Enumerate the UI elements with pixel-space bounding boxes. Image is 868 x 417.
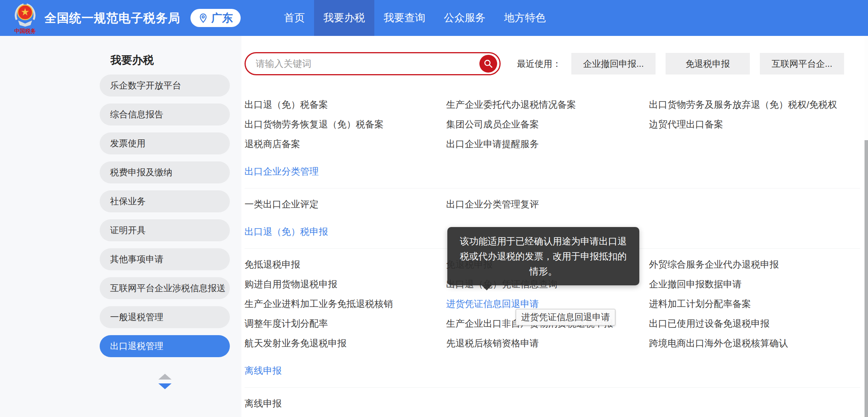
recent-used-button[interactable]: 互联网平台企... [760,53,844,75]
info-tooltip: 该功能适用于已经确认用途为申请出口退税或代办退税的发票，改用于申报抵扣的情形。 [447,227,639,285]
sidebar-items: 乐企数字开放平台综合信息报告发票使用税费申报及缴纳社保业务证明开具其他事项申请互… [100,75,230,357]
hover-title-tooltip: 进货凭证信息回退申请 [516,309,615,325]
menu-item[interactable]: 出口已使用过设备免退税申报 [649,317,860,330]
scroll-down-icon[interactable] [158,383,172,389]
menu-item[interactable]: 边贸代理出口备案 [649,118,860,131]
menu-item[interactable]: 跨境电商出口海外仓退税核算确认 [649,337,860,349]
scrollbar-track [865,36,868,417]
menu-section: 出口企业分类管理一类出口企业评定出口企业分类管理复评 [245,154,860,214]
tooltip-arrow-icon [481,285,492,290]
sidebar-scroll-arrows [100,374,230,389]
menu-item[interactable]: 退税商店备案 [245,138,446,150]
search-box [245,52,501,75]
topbar: 最近使用： 企业撤回申报...免退税申报互联网平台企... [245,52,868,75]
menu-item[interactable]: 出口货物劳务恢复退（免）税备案 [245,118,446,131]
sidebar-item[interactable]: 一般退税管理 [100,306,230,328]
search-button[interactable] [479,55,497,73]
menu-item[interactable]: 进料加工计划分配率备案 [649,298,860,310]
section-divider [245,188,860,188]
section-divider [245,387,860,388]
menu-item[interactable]: 离线申报 [245,397,446,410]
nav-item[interactable]: 我要办税 [314,0,374,36]
sidebar-item[interactable]: 证明开具 [100,219,230,241]
header: 中国税务 全国统一规范电子税务局 广东 首页我要办税我要查询公众服务地方特色 [0,0,868,36]
site-title: 全国统一规范电子税务局 [44,10,180,26]
page: 中国税务 全国统一规范电子税务局 广东 首页我要办税我要查询公众服务地方特色 我… [0,0,868,417]
menu-item[interactable]: 外贸综合服务企业代办退税申报 [649,258,860,271]
info-tooltip-text: 该功能适用于已经确认用途为申请出口退税或代办退税的发票，改用于申报抵扣的情形。 [460,236,627,276]
nav-item[interactable]: 我要查询 [374,0,435,36]
menu-item[interactable]: 一类出口企业评定 [245,198,446,210]
menu-item[interactable]: 出口货物劳务及服务放弃退（免）税权/免税权 [649,98,860,111]
menu-row: 离线申报 [245,393,860,413]
region-label: 广东 [211,11,233,25]
region-selector[interactable]: 广东 [190,9,241,27]
sidebar-item[interactable]: 税费申报及缴纳 [100,161,230,183]
menu-item[interactable]: 出口退（免）税备案 [245,98,446,111]
menu-row: 出口货物劳务恢复退（免）税备案集团公司成员企业备案边贸代理出口备案 [245,114,860,134]
recent-used: 最近使用： 企业撤回申报...免退税申报互联网平台企... [517,53,844,75]
menu-item[interactable]: 生产企业委托代办退税情况备案 [446,98,649,111]
sidebar-item[interactable]: 出口退税管理 [100,335,230,357]
menu-row: 出口退（免）税备案生产企业委托代办退税情况备案出口货物劳务及服务放弃退（免）税权… [245,95,860,114]
menu-item[interactable]: 先退税后核销资格申请 [446,337,649,349]
menu-row: 一类出口企业评定出口企业分类管理复评 [245,194,860,214]
recent-used-label: 最近使用： [517,58,561,70]
menu-section: 离线申报离线申报 [245,353,860,413]
sidebar: 我要办税 乐企数字开放平台综合信息报告发票使用税费申报及缴纳社保业务证明开具其他… [0,36,241,417]
section-heading[interactable]: 离线申报 [245,364,282,377]
sidebar-item[interactable]: 互联网平台企业涉税信息报送 [100,277,230,299]
menu-section: 出口退（免）税备案生产企业委托代办退税情况备案出口货物劳务及服务放弃退（免）税权… [245,95,860,154]
sidebar-item[interactable]: 其他事项申请 [100,248,230,270]
sidebar-title: 我要办税 [110,53,230,68]
location-pin-icon [198,13,208,23]
menu-item[interactable]: 企业撤回申报数据申请 [649,278,860,290]
menu-item[interactable]: 出口企业分类管理复评 [446,198,649,210]
menu-item[interactable]: 航天发射业务免退税申报 [245,337,446,349]
main-content: 最近使用： 企业撤回申报...免退税申报互联网平台企... 出口退（免）税备案生… [241,36,868,417]
sidebar-item[interactable]: 社保业务 [100,190,230,212]
menu-item[interactable]: 集团公司成员企业备案 [446,118,649,131]
nav-item[interactable]: 首页 [275,0,314,36]
menu-item[interactable]: 免抵退税申报 [245,258,446,271]
menu-item[interactable]: 进货凭证信息回退申请 [446,298,649,310]
search-icon [483,59,493,69]
main-nav: 首页我要办税我要查询公众服务地方特色 [275,0,555,36]
menu-item[interactable]: 出口企业申请提醒服务 [446,138,649,150]
recent-used-buttons: 企业撤回申报...免退税申报互联网平台企... [561,53,844,75]
menu-row: 退税商店备案出口企业申请提醒服务 [245,134,860,154]
sidebar-item[interactable]: 综合信息报告 [100,103,230,125]
menu-item[interactable]: 购进自用货物退税申报 [245,278,446,290]
menu-row: 航天发射业务免退税申报先退税后核销资格申请跨境电商出口海外仓退税核算确认 [245,333,860,353]
nav-item[interactable]: 公众服务 [435,0,495,36]
tax-bureau-logo-icon: 中国税务 [13,2,37,34]
menu-item[interactable]: 生产企业进料加工业务免抵退税核销 [245,298,446,310]
section-heading[interactable]: 出口退（免）税申报 [245,225,328,238]
scrollbar-thumb[interactable] [865,140,868,417]
recent-used-button[interactable]: 企业撤回申报... [571,53,656,75]
search-input[interactable] [256,54,464,73]
sidebar-item[interactable]: 乐企数字开放平台 [100,75,230,97]
logo-caption-glyphs: 中国税务 [14,28,36,34]
recent-used-button[interactable]: 免退税申报 [666,53,750,75]
scroll-up-icon[interactable] [158,374,172,380]
nav-item[interactable]: 地方特色 [495,0,555,36]
section-heading[interactable]: 出口企业分类管理 [245,165,319,178]
menu-item[interactable]: 调整年度计划分配率 [245,317,446,330]
sidebar-item[interactable]: 发票使用 [100,132,230,154]
